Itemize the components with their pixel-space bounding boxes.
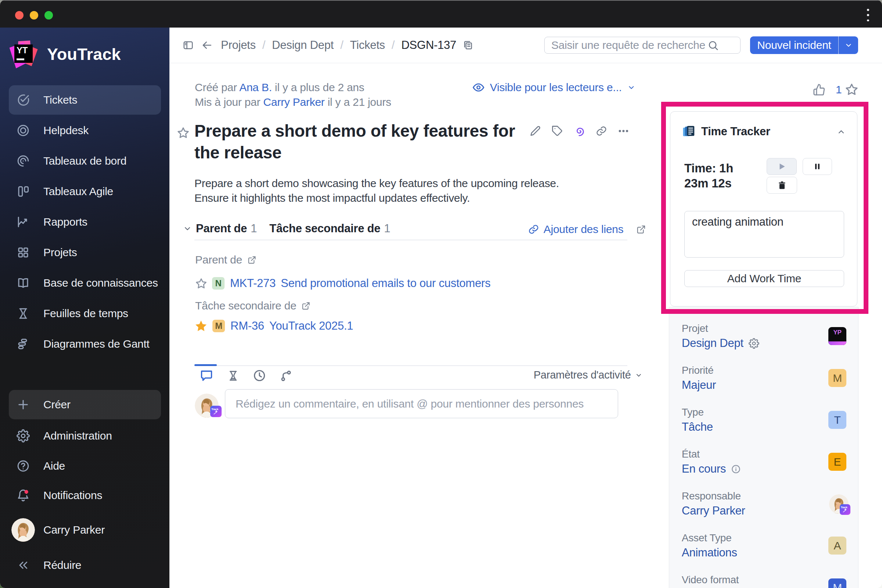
field-type-value[interactable]: Tâche [682,420,713,434]
sidebar-item-administration[interactable]: Administration [9,421,161,450]
links-tab-subtask[interactable]: Tâche secondaire de [269,222,380,235]
star-icon[interactable] [195,278,207,290]
back-arrow-icon[interactable] [201,39,213,51]
youtrack-logo[interactable]: YT YouTrack [9,39,121,70]
helpdesk-icon [16,123,30,138]
external-link-icon[interactable] [248,255,256,265]
star-issue-icon[interactable] [177,126,190,139]
issue-id-link[interactable]: RM-36 [230,320,264,333]
agile-boards-icon [16,184,30,199]
star-icon[interactable] [845,82,858,96]
pause-button[interactable] [802,158,832,175]
chevron-down-icon [844,41,853,50]
external-link-icon[interactable] [636,225,646,234]
toggle-sidebar-icon[interactable] [183,40,194,51]
zoom-window-button[interactable] [45,11,53,20]
project-avatar[interactable]: YP [828,327,846,345]
thumbs-up-icon[interactable] [813,83,825,96]
timesheets-icon [16,306,30,321]
breadcrumb-project[interactable]: Design Dept [272,39,334,52]
add-work-time-button[interactable]: Add Work Time [684,270,844,287]
new-incident-dropdown-button[interactable] [838,36,858,54]
tag-icon[interactable] [552,125,563,137]
visibility-label: Visible pour les lecteurs e... [490,81,622,94]
tab-history-icon[interactable] [225,369,241,382]
minimize-window-button[interactable] [30,11,38,20]
issue-title-actions [530,125,629,137]
project-settings-gear-icon[interactable] [748,338,759,349]
breadcrumb-tickets[interactable]: Tickets [350,39,385,52]
info-icon[interactable] [731,464,741,474]
links-divider [194,240,627,240]
sidebar-item-timesheets[interactable]: Feuilles de temps [9,299,161,328]
comment-input[interactable]: Rédigez un commentaire, en utilisant @ p… [225,389,618,418]
links-tab-parent[interactable]: Parent de [196,222,247,235]
field-asset-type-value[interactable]: Animations [682,546,737,560]
delete-time-button[interactable] [766,177,797,194]
subtask-issue-row: M RM-36 YouTrack 2025.1 [194,320,353,333]
tab-comments-icon[interactable] [199,369,214,382]
new-incident-button[interactable]: Nouvel incident [750,36,838,54]
field-assignee-value[interactable]: Carry Parker [682,504,745,518]
star-filled-icon[interactable] [194,320,208,333]
parent-issue-row: N MKT-273 Send promotional emails to our… [195,277,490,290]
field-priority-value[interactable]: Majeur [682,378,716,392]
sidebar-item-agile-boards[interactable]: Tableaux Agile [9,177,161,206]
edit-icon[interactable] [530,125,541,137]
link-icon[interactable] [596,125,607,137]
work-item-textarea[interactable]: creating animation [684,211,844,258]
breadcrumb-projects[interactable]: Projets [221,39,256,52]
sidebar-item-gantt-charts[interactable]: Diagrammes de Gantt [9,329,161,358]
external-link-icon[interactable] [302,302,310,310]
eye-icon [472,81,485,94]
issue-description: Prepare a short demo showcasing the key … [194,176,564,206]
activity-settings-button[interactable]: Paramètres d'activité [534,369,643,381]
sidebar-item-knowledge-base[interactable]: Base de connaissances [9,268,161,298]
tab-work-log-icon[interactable] [252,369,267,382]
copy-id-icon[interactable] [462,40,473,51]
breadcrumb-issue-id[interactable]: DSGN-137 [401,39,456,52]
sidebar-item-helpdesk[interactable]: Helpdesk [9,116,161,145]
issue-id-link[interactable]: MKT-273 [230,277,276,290]
search-input[interactable]: Saisir une requête de recherche [544,37,741,54]
issue-type-badge: M [212,320,225,332]
updated-author-link[interactable]: Carry Parker [263,96,324,108]
sidebar-item-tickets[interactable]: Tickets [9,85,161,115]
sidebar-user[interactable]: Carry Parker [9,512,161,548]
sidebar-collapse-button[interactable]: Réduire [9,550,161,580]
created-author-link[interactable]: Ana B. [239,81,272,93]
field-state-value[interactable]: En cours [682,462,741,476]
sidebar-item-projects[interactable]: Projets [9,238,161,267]
sidebar-item-help[interactable]: Aide [9,451,161,481]
search-icon [707,40,719,51]
issue-summary-link[interactable]: YouTrack 2025.1 [269,320,353,333]
app-badge-icon: Track [210,406,222,417]
window-menu-kebab-icon[interactable] [866,9,870,21]
play-button[interactable] [766,158,797,175]
sidebar-item-dashboards[interactable]: Tableaux de bord [9,146,161,176]
sidebar-item-notifications[interactable]: Notifications [9,481,161,510]
issue-title: Prepare a short demo of key features for… [194,120,543,164]
issue-summary-link[interactable]: Send promotional emails to our customers [281,277,490,290]
field-project-value[interactable]: Design Dept [682,337,759,350]
close-window-button[interactable] [15,11,24,20]
app-window: YT YouTrack Tickets Helpdesk Tableaux de… [0,0,882,588]
new-incident-split-button: Nouvel incident [750,36,858,54]
sidebar-item-reports[interactable]: Rapports [9,207,161,237]
activity-tabs [199,369,294,382]
chevron-down-icon [634,371,643,379]
more-actions-icon[interactable] [618,125,629,137]
add-links-button[interactable]: Ajouter des liens [528,223,646,236]
ai-spiral-icon[interactable] [574,125,585,137]
tickets-icon [16,93,30,107]
app-badge-icon: Track [840,504,850,515]
svg-text:Track: Track [841,506,848,509]
gear-icon [16,429,30,443]
type-badge: T [828,411,846,429]
tracked-time: Time: 1h 23m 12s [684,160,754,191]
visibility-control[interactable]: Visible pour les lecteurs e... [472,81,636,94]
collapse-widget-icon[interactable] [836,127,846,137]
collapse-links-icon[interactable] [183,224,192,233]
tab-vcs-icon[interactable] [278,369,294,382]
sidebar-create-button[interactable]: Créer [9,390,161,419]
